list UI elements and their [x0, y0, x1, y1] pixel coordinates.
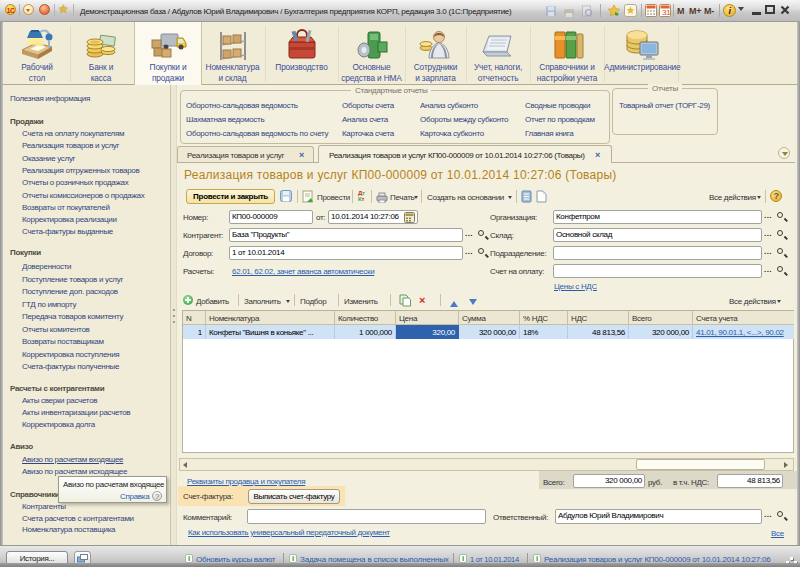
- svg-text:31: 31: [662, 8, 671, 17]
